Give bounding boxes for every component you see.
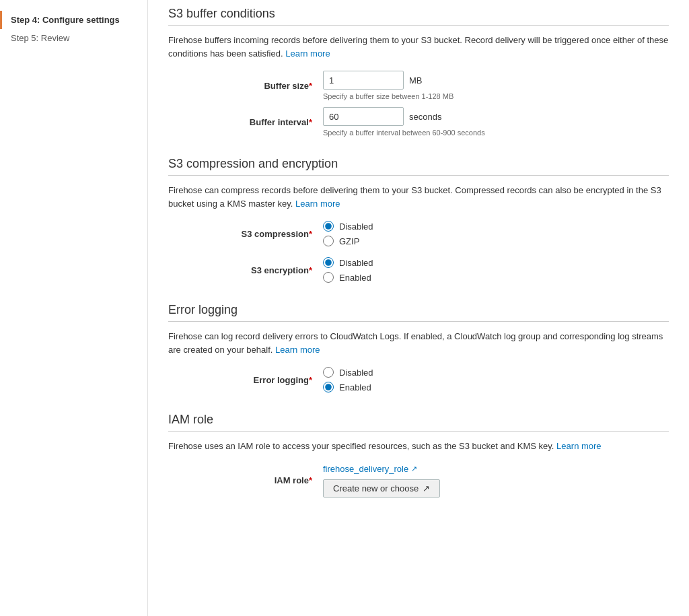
error-logging-enabled-row: Enabled	[323, 382, 373, 392]
buffer-interval-row: Buffer interval* seconds Specify a buffe…	[168, 107, 669, 137]
iam-role-label: IAM role*	[168, 475, 323, 485]
s3-compression-title: S3 compression and encryption	[168, 157, 669, 171]
s3-compression-label: S3 compression*	[168, 229, 323, 239]
s3-encryption-disabled-label: Disabled	[339, 258, 373, 268]
s3-encryption-options: Disabled Enabled	[323, 257, 373, 283]
s3-encryption-disabled-radio[interactable]	[323, 257, 334, 268]
iam-role-desc: Firehose uses an IAM role to access your…	[168, 440, 669, 453]
error-logging-options: Disabled Enabled	[323, 367, 373, 392]
error-logging-disabled-row: Disabled	[323, 367, 373, 378]
s3-compression-desc: Firehose can compress records before del…	[168, 184, 669, 210]
error-logging-desc: Firehose can log record delivery errors …	[168, 330, 669, 356]
external-btn-icon: ↗	[423, 483, 430, 493]
iam-role-learn-more[interactable]: Learn more	[556, 441, 601, 451]
s3-compression-learn-more[interactable]: Learn more	[295, 199, 340, 209]
sidebar: Step 4: Configure settings Step 5: Revie…	[0, 0, 148, 616]
s3-compression-gzip-row: GZIP	[323, 236, 373, 246]
s3-compression-gzip-radio[interactable]	[323, 236, 334, 246]
s3-compression-disabled-label: Disabled	[339, 221, 373, 232]
sidebar-step5-label: Step 5: Review	[11, 33, 69, 43]
iam-role-title: IAM role	[168, 413, 669, 427]
error-logging-section: Error logging Firehose can log record de…	[168, 303, 669, 392]
buffer-interval-unit: seconds	[409, 112, 441, 122]
iam-role-row: IAM role* firehose_delivery_role ↗ Creat…	[168, 464, 669, 498]
error-logging-disabled-radio[interactable]	[323, 367, 334, 378]
sidebar-step4-label: Step 4: Configure settings	[11, 15, 120, 25]
iam-role-section: IAM role Firehose uses an IAM role to ac…	[168, 413, 669, 498]
iam-role-link[interactable]: firehose_delivery_role ↗	[323, 464, 440, 474]
s3-compression-row: S3 compression* Disabled GZIP	[168, 221, 669, 246]
buffer-interval-input[interactable]	[323, 107, 404, 126]
error-logging-enabled-label: Enabled	[339, 382, 371, 392]
s3-encryption-label: S3 encryption*	[168, 265, 323, 275]
buffer-size-input[interactable]	[323, 71, 404, 90]
error-logging-learn-more[interactable]: Learn more	[275, 345, 320, 355]
error-logging-disabled-label: Disabled	[339, 368, 373, 378]
s3-encryption-disabled-row: Disabled	[323, 257, 373, 268]
s3-compression-gzip-label: GZIP	[339, 236, 359, 246]
s3-encryption-enabled-row: Enabled	[323, 272, 373, 283]
sidebar-item-step5[interactable]: Step 5: Review	[0, 29, 147, 47]
buffer-interval-label: Buffer interval*	[168, 117, 323, 127]
s3-buffer-section: S3 buffer conditions Firehose buffers in…	[168, 7, 669, 137]
sidebar-item-step4[interactable]: Step 4: Configure settings	[0, 11, 147, 29]
error-logging-row: Error logging* Disabled Enabled	[168, 367, 669, 392]
s3-compression-options: Disabled GZIP	[323, 221, 373, 246]
create-button-label: Create new or choose	[333, 483, 419, 493]
buffer-size-hint: Specify a buffer size between 1-128 MB	[323, 92, 454, 100]
s3-encryption-enabled-label: Enabled	[339, 273, 371, 283]
buffer-size-row: Buffer size* MB Specify a buffer size be…	[168, 71, 669, 100]
s3-buffer-learn-more[interactable]: Learn more	[285, 48, 330, 59]
main-content: S3 buffer conditions Firehose buffers in…	[148, 0, 689, 616]
s3-encryption-row: S3 encryption* Disabled Enabled	[168, 257, 669, 283]
buffer-size-unit: MB	[409, 75, 423, 85]
buffer-size-label: Buffer size*	[168, 81, 323, 91]
error-logging-enabled-radio[interactable]	[323, 382, 334, 392]
external-link-icon: ↗	[411, 465, 417, 473]
s3-encryption-enabled-radio[interactable]	[323, 272, 334, 283]
s3-compression-section: S3 compression and encryption Firehose c…	[168, 157, 669, 283]
create-new-or-choose-button[interactable]: Create new or choose ↗	[323, 479, 440, 498]
s3-buffer-desc: Firehose buffers incoming records before…	[168, 34, 669, 60]
s3-compression-disabled-row: Disabled	[323, 221, 373, 232]
error-logging-title: Error logging	[168, 303, 669, 317]
buffer-interval-hint: Specify a buffer interval between 60-900…	[323, 129, 485, 137]
error-logging-label: Error logging*	[168, 375, 323, 385]
s3-buffer-title: S3 buffer conditions	[168, 7, 669, 21]
iam-role-value: firehose_delivery_role	[323, 464, 408, 474]
s3-compression-disabled-radio[interactable]	[323, 221, 334, 232]
